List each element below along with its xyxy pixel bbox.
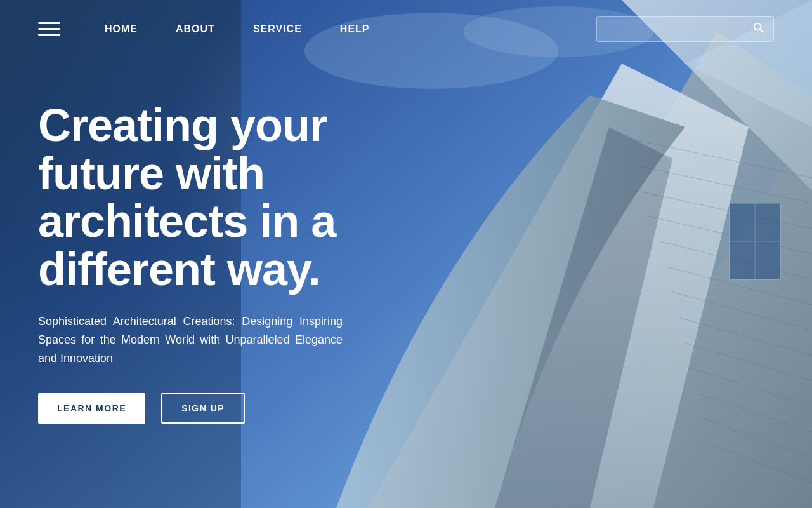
hamburger-line-2	[38, 28, 60, 30]
nav-service[interactable]: SERVICE	[253, 23, 302, 35]
hero-buttons: LEARN MORE SIGN UP	[38, 393, 419, 424]
nav-links: HOME ABOUT SERVICE HELP	[105, 23, 596, 35]
hamburger-line-3	[38, 34, 60, 36]
learn-more-button[interactable]: LEARN MORE	[38, 393, 145, 424]
navbar: HOME ABOUT SERVICE HELP	[0, 0, 812, 58]
hero-content: Creating your future with architects in …	[38, 102, 419, 424]
sign-up-button[interactable]: SIGN UP	[161, 393, 245, 424]
nav-help[interactable]: HELP	[340, 23, 370, 35]
nav-about[interactable]: ABOUT	[176, 23, 215, 35]
hamburger-menu[interactable]	[38, 17, 67, 42]
nav-home[interactable]: HOME	[105, 23, 138, 35]
svg-line-26	[760, 29, 763, 32]
search-input[interactable]	[606, 24, 747, 34]
search-button[interactable]	[752, 22, 764, 36]
search-container	[596, 16, 774, 42]
hero-title: Creating your future with architects in …	[38, 102, 419, 293]
hero-section: HOME ABOUT SERVICE HELP Creating your fu…	[0, 0, 812, 508]
hero-subtitle: Sophisticated Architectural Creations: D…	[38, 312, 343, 367]
hamburger-line-1	[38, 22, 60, 24]
